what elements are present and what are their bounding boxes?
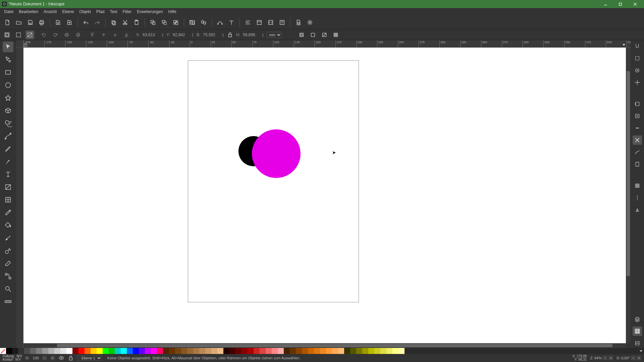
color-swatch[interactable] (332, 348, 338, 354)
snap-alignment-icon[interactable] (633, 78, 642, 87)
color-swatch[interactable] (266, 348, 272, 354)
color-swatch[interactable] (398, 348, 405, 354)
color-swatch[interactable] (42, 348, 48, 354)
color-swatch[interactable] (296, 348, 302, 354)
paste-icon[interactable] (132, 18, 141, 27)
color-swatch[interactable] (350, 348, 356, 354)
calligraphy-tool-icon[interactable] (3, 156, 13, 167)
color-swatch[interactable] (97, 348, 103, 354)
w-value[interactable]: 75,592 (203, 33, 218, 37)
export-icon[interactable] (65, 18, 74, 27)
h-spinner[interactable]: ▲▼ (262, 33, 264, 37)
color-swatch[interactable] (66, 348, 72, 354)
color-swatch[interactable] (314, 348, 320, 354)
snap-intersections-icon[interactable] (633, 135, 642, 145)
color-swatch[interactable] (241, 348, 248, 354)
snap-toggle-icon[interactable] (633, 42, 642, 51)
pencil-tool-icon[interactable] (3, 143, 13, 154)
color-swatch[interactable] (254, 348, 260, 354)
snap-bbox-icon[interactable] (633, 54, 642, 63)
select-all-icon[interactable] (14, 31, 23, 39)
color-swatch[interactable] (103, 348, 109, 354)
flip-vertical-icon[interactable] (74, 31, 83, 39)
print-icon[interactable] (37, 18, 46, 27)
color-swatch[interactable] (217, 348, 223, 354)
clone-icon[interactable] (160, 18, 169, 27)
opacity-minus[interactable]: − (42, 356, 47, 360)
horizontal-scrollbar[interactable] (23, 343, 626, 348)
menu-filter[interactable]: Filter (120, 9, 135, 15)
paint-bucket-tool-icon[interactable] (3, 220, 13, 231)
menu-bearbeiten[interactable]: Bearbeiten (16, 9, 41, 15)
snap-edges-icon[interactable] (633, 99, 642, 109)
zoom-control[interactable]: Z: 64% −+ (590, 356, 613, 360)
color-swatch[interactable] (260, 348, 266, 354)
color-swatch[interactable] (181, 348, 187, 354)
panel-grid-icon[interactable] (633, 326, 642, 336)
ungroup-icon[interactable] (199, 18, 208, 27)
canvas-viewport[interactable]: ➤ (23, 48, 626, 343)
color-swatch[interactable] (187, 348, 193, 354)
flip-horizontal-icon[interactable] (62, 31, 71, 39)
menu-objekt[interactable]: Objekt (76, 9, 94, 15)
connector-tool-icon[interactable] (3, 271, 13, 282)
color-swatch[interactable] (272, 348, 278, 354)
scale-stroke-icon[interactable] (297, 31, 306, 39)
color-swatch[interactable] (163, 348, 169, 354)
color-swatch[interactable] (91, 348, 97, 354)
color-swatch[interactable] (380, 348, 386, 354)
group-icon[interactable] (187, 18, 197, 27)
menu-hilfe[interactable]: Hilfe (166, 9, 179, 15)
color-swatch[interactable] (223, 348, 229, 354)
panel-layers-icon[interactable] (633, 314, 642, 324)
color-swatch[interactable] (169, 348, 175, 354)
spray-tool-icon[interactable] (3, 245, 13, 256)
color-swatch[interactable] (18, 348, 24, 354)
y-value[interactable]: 92,942 (173, 33, 188, 37)
fill-stroke-indicator[interactable]: Füllung: N/V Kontur: N/V (3, 355, 22, 361)
deselect-icon[interactable] (25, 31, 34, 39)
snap-page-icon[interactable] (633, 160, 642, 169)
color-swatch[interactable] (193, 348, 199, 354)
snap-guide-icon[interactable] (633, 193, 642, 202)
vertical-scrollbar[interactable] (626, 48, 631, 343)
opacity-plus[interactable]: + (50, 356, 55, 360)
selector-tool-icon[interactable] (3, 42, 13, 52)
menu-ansicht[interactable]: Ansicht (41, 9, 59, 15)
menu-erweiterungen[interactable]: Erweiterungen (134, 9, 165, 15)
color-swatch[interactable] (205, 348, 211, 354)
color-swatch[interactable] (302, 348, 308, 354)
bezier-tool-icon[interactable] (3, 131, 13, 141)
layer-select[interactable]: · Ebene 1 (77, 355, 102, 361)
lower-icon[interactable] (111, 31, 119, 39)
palette-menu-icon[interactable] (638, 348, 644, 354)
horizontal-ruler[interactable]: -200-175-150-125-100-75-50-2502550751001… (23, 40, 631, 48)
ellipse-tool-icon[interactable] (3, 80, 13, 90)
redo-icon[interactable] (93, 18, 102, 27)
color-swatch[interactable] (60, 348, 66, 354)
color-swatch[interactable] (356, 348, 362, 354)
mesh-tool-icon[interactable] (3, 194, 13, 205)
color-swatch[interactable] (54, 348, 60, 354)
opacity-value[interactable]: 100 (33, 356, 39, 360)
copy-icon[interactable] (109, 18, 118, 27)
align-distribute-icon[interactable] (243, 18, 253, 27)
node-tool-icon[interactable] (3, 54, 13, 65)
ruler-corner[interactable] (16, 40, 23, 48)
color-swatch[interactable] (248, 348, 254, 354)
zoom-tool-icon[interactable] (3, 284, 13, 294)
no-color-swatch[interactable] (0, 348, 6, 354)
magenta-circle-shape[interactable] (252, 129, 301, 178)
color-swatch[interactable] (290, 348, 296, 354)
close-button[interactable] (628, 0, 642, 8)
snap-centers-icon[interactable] (633, 111, 642, 121)
snap-midpoints-icon[interactable] (633, 123, 642, 133)
color-swatch[interactable] (12, 348, 18, 354)
color-swatch[interactable] (127, 348, 133, 354)
color-swatch[interactable] (320, 348, 326, 354)
h-value[interactable]: 59,896 (243, 33, 258, 37)
color-swatch[interactable] (151, 348, 157, 354)
color-swatch[interactable] (386, 348, 392, 354)
select-all-layers-icon[interactable] (3, 31, 11, 39)
color-swatch[interactable] (72, 348, 78, 354)
